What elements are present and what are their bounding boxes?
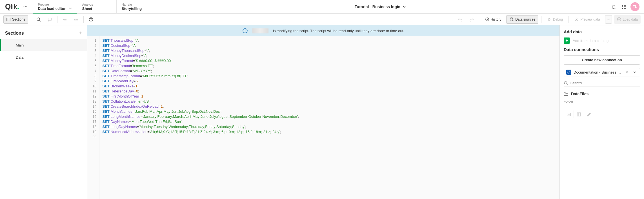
code-editor[interactable]: 1234567891011121314151617181920 SET Thou… [87, 36, 559, 199]
folder-type-label: Folder [564, 99, 640, 103]
svg-point-0 [23, 6, 24, 7]
nav-analyze-main: Sheet [82, 6, 111, 11]
help-icon[interactable] [86, 15, 96, 24]
load-data-label: Load data [623, 17, 638, 21]
svg-rect-16 [48, 18, 52, 20]
svg-rect-42 [567, 113, 570, 116]
more-icon[interactable] [22, 3, 29, 10]
svg-rect-5 [625, 5, 626, 6]
app-title: Tutorial - Business logic [355, 5, 400, 9]
svg-rect-6 [622, 6, 623, 7]
connection-search[interactable] [564, 80, 640, 87]
separator [479, 16, 479, 23]
close-icon[interactable]: ✕ [624, 70, 630, 75]
folder-row[interactable]: DataFiles [564, 90, 640, 96]
main-area: Sections + MainData is modifying the scr… [0, 25, 644, 199]
undo-icon[interactable] [456, 15, 465, 24]
plus-icon: + [564, 37, 570, 44]
connection-name: Documentation - Business Logic ... [574, 70, 621, 74]
search-icon[interactable] [34, 15, 43, 24]
connection-icon [566, 70, 571, 75]
code-body[interactable]: SET ThousandSep=',';SET DecimalSep='.';S… [99, 36, 302, 199]
nav-prepare-sub: Prepare [38, 3, 72, 6]
svg-point-14 [37, 18, 40, 21]
indent-icon[interactable] [72, 15, 81, 24]
logo-area: Qlik. [0, 0, 33, 13]
svg-line-32 [550, 20, 550, 20]
svg-point-38 [245, 29, 245, 30]
apps-grid-icon[interactable] [620, 2, 629, 11]
preview-caret-button [605, 15, 612, 24]
preview-icon [574, 17, 579, 21]
add-section-icon[interactable]: + [79, 30, 82, 36]
section-item-data[interactable]: Data [0, 51, 87, 63]
chevron-down-icon [607, 18, 610, 21]
redo-icon[interactable] [467, 15, 476, 24]
sections-panel: Sections + MainData [0, 25, 87, 199]
create-connection-button[interactable]: Create new connection [564, 55, 640, 65]
separator [83, 16, 84, 23]
svg-point-39 [568, 71, 570, 73]
separator [569, 16, 569, 23]
edit-icon[interactable] [584, 110, 594, 118]
chevron-down-icon[interactable] [66, 7, 72, 10]
connection-chip[interactable]: Documentation - Business Logic ... ✕ [564, 68, 640, 76]
svg-point-1 [25, 6, 26, 7]
add-data-header: Add data [564, 29, 640, 34]
svg-rect-10 [624, 8, 625, 9]
connection-actions [564, 108, 640, 118]
top-right-icons: TL [605, 0, 644, 13]
data-sources-label: Data sources [515, 17, 535, 21]
sections-button[interactable]: Sections [3, 15, 28, 24]
readonly-banner: is modifying the script. The script will… [87, 25, 559, 36]
panel-icon [6, 17, 10, 21]
editor-area: is modifying the script. The script will… [87, 25, 559, 199]
preview-data-button: Preview data [572, 15, 603, 24]
load-data-button: Load data [614, 15, 641, 24]
nav-tab-prepare[interactable]: Prepare Data load editor [33, 0, 77, 13]
svg-rect-45 [577, 113, 581, 116]
chevron-down-icon [403, 5, 406, 8]
debug-button: Debug [544, 15, 566, 24]
insert-icon[interactable] [564, 110, 574, 118]
notification-icon[interactable] [609, 2, 618, 11]
play-icon [617, 17, 621, 21]
svg-point-2 [26, 6, 27, 7]
svg-line-30 [550, 19, 550, 19]
data-sources-button[interactable]: Data sources [506, 15, 538, 24]
toolbar: Sections History Data sources Debug Prev… [0, 14, 644, 25]
add-from-catalog-button[interactable]: + Add from data catalog [564, 37, 640, 44]
info-icon [243, 28, 248, 33]
banner-text: is modifying the script. The script will… [273, 29, 404, 33]
app-title-area[interactable]: Tutorial - Business logic [156, 0, 605, 13]
svg-line-41 [567, 84, 568, 85]
bug-icon [547, 17, 551, 21]
history-button[interactable]: History [482, 15, 504, 24]
data-connections-header: Data connections [564, 47, 640, 52]
svg-line-29 [548, 19, 548, 19]
search-input[interactable] [570, 81, 640, 85]
nav-analyze-sub: Analyze [82, 3, 111, 6]
search-icon [564, 81, 568, 85]
separator [57, 16, 57, 23]
select-data-icon[interactable] [574, 110, 584, 118]
chevron-down-icon[interactable] [632, 70, 638, 74]
nav-tab-narrate[interactable]: Narrate Storytelling [116, 0, 156, 13]
svg-line-31 [548, 20, 548, 20]
avatar[interactable]: TL [630, 2, 639, 11]
comment-icon[interactable] [45, 15, 54, 24]
svg-line-15 [39, 20, 41, 21]
nav-narrate-main: Storytelling [122, 6, 151, 11]
logo[interactable]: Qlik. [5, 2, 19, 11]
svg-rect-12 [7, 18, 10, 21]
folder-icon [564, 92, 568, 96]
section-item-main[interactable]: Main [0, 39, 87, 51]
svg-rect-9 [622, 8, 623, 9]
folder-name: DataFiles [571, 92, 589, 96]
svg-rect-3 [622, 5, 623, 6]
separator [31, 16, 31, 23]
preview-data-label: Preview data [580, 17, 600, 21]
nav-tab-analyze[interactable]: Analyze Sheet [77, 0, 116, 13]
nav-prepare-main: Data load editor [38, 6, 66, 11]
outdent-icon[interactable] [60, 15, 69, 24]
